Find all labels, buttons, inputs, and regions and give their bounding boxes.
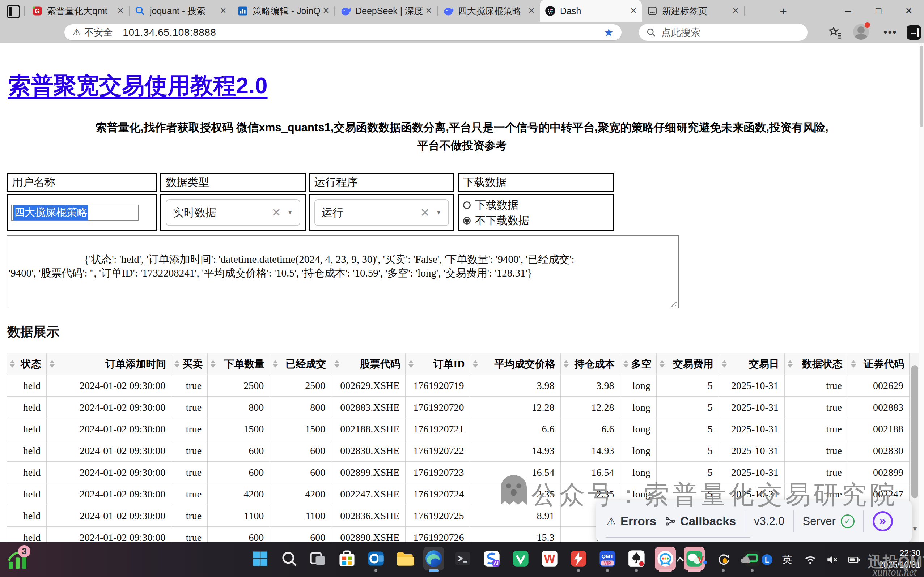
tray-sync-icon[interactable] — [717, 553, 730, 566]
taskbar-taskview-icon[interactable] — [307, 546, 328, 571]
column-header[interactable]: 买卖 — [171, 353, 208, 375]
browser-tab-4[interactable]: DeepSeek | 深度 — [335, 0, 437, 22]
sort-icon[interactable] — [788, 360, 796, 367]
tab-workspaces-icon[interactable] — [6, 5, 20, 18]
browser-tab-6[interactable]: Dash — [540, 0, 642, 22]
browser-tab-5[interactable]: 四大搅屎棍策略 — [438, 0, 540, 22]
column-header[interactable]: 多空 — [620, 353, 656, 375]
sort-icon[interactable] — [564, 360, 572, 367]
column-header[interactable]: 交易日 — [719, 353, 784, 375]
column-header[interactable]: 订单添加时间 — [47, 353, 171, 375]
data-type-dropdown[interactable]: 实时数据 — [166, 199, 300, 226]
taskbar-flash-icon[interactable] — [568, 546, 589, 571]
taskbar-wps-icon[interactable]: W — [539, 546, 560, 571]
tray-lang-icon[interactable]: 英 — [782, 553, 795, 566]
run-program-dropdown[interactable]: 运行 — [314, 199, 449, 226]
search-box[interactable]: 点此搜索 — [639, 24, 808, 41]
radio-option[interactable]: 下载数据 — [463, 197, 529, 213]
sort-icon[interactable] — [50, 360, 58, 367]
taskbar-stock-app-icon[interactable]: 3 — [6, 547, 31, 572]
tab-close-icon[interactable] — [321, 5, 331, 16]
username-input[interactable]: 四大搅屎棍策略 — [11, 205, 139, 221]
taskbar-v-green-icon[interactable] — [510, 546, 531, 571]
taskbar-cards-icon[interactable] — [626, 546, 647, 571]
taskbar-qmt-icon[interactable]: QMTVIP — [597, 546, 618, 571]
bookmark-star-icon[interactable] — [604, 26, 614, 39]
browser-tab-3[interactable]: 策略编辑 - JoinQ — [232, 0, 334, 22]
browser-tab-1[interactable]: G索普量化大qmt — [27, 0, 129, 22]
browser-menu-icon[interactable] — [884, 26, 897, 38]
chevron-down-icon[interactable] — [287, 209, 293, 216]
sort-icon[interactable] — [624, 360, 631, 367]
tray-wifi-icon[interactable] — [804, 553, 817, 566]
column-header-label: 多空 — [631, 357, 652, 371]
sort-icon[interactable] — [10, 360, 18, 367]
order-textarea[interactable]: {'状态': 'held', '订单添加时间': 'datetime.datet… — [6, 235, 679, 308]
browser-tab-2[interactable]: joquant - 搜索 — [129, 0, 231, 22]
minimize-button[interactable] — [833, 0, 863, 22]
tab-close-icon[interactable] — [423, 5, 434, 16]
column-header[interactable]: 股票代码 — [331, 353, 405, 375]
tray-cloud-icon[interactable] — [739, 553, 752, 566]
taskbar-edge-icon[interactable] — [423, 546, 444, 571]
radio-option[interactable]: 不下载数据 — [463, 213, 529, 229]
new-tab-button[interactable] — [776, 4, 790, 18]
sort-icon[interactable] — [273, 360, 281, 367]
tab-close-icon[interactable] — [730, 5, 741, 16]
taskbar-terminal-icon[interactable] — [452, 546, 473, 571]
column-header[interactable]: 持仓成本 — [561, 353, 620, 375]
sort-icon[interactable] — [851, 360, 859, 367]
tab-close-icon[interactable] — [628, 5, 639, 16]
page-scrollbar[interactable] — [919, 43, 924, 542]
taskbar-search-icon[interactable] — [279, 546, 300, 571]
copilot-sidebar-icon[interactable] — [907, 25, 921, 40]
taskbar-store-icon[interactable] — [336, 546, 357, 571]
tray-volume-muted-icon[interactable] — [825, 553, 838, 566]
sort-icon[interactable] — [659, 360, 667, 367]
page-scrollbar-thumb[interactable] — [920, 45, 923, 127]
radio-unselected-icon[interactable] — [463, 201, 471, 209]
browser-tab-7[interactable]: 新建标签页 — [642, 0, 744, 22]
taskbar-start-icon[interactable] — [250, 546, 271, 571]
scroll-down-arrow-icon[interactable] — [912, 525, 918, 533]
column-header[interactable]: 平均成交价格 — [470, 353, 561, 375]
sort-icon[interactable] — [210, 360, 218, 367]
callbacks-button[interactable]: Callbacks — [665, 514, 736, 528]
maximize-button[interactable] — [863, 0, 893, 22]
taskbar-outlook-icon[interactable] — [365, 546, 386, 571]
tray-chevron-up-icon[interactable] — [674, 553, 687, 566]
page-title-link[interactable]: 索普聚宽交易使用教程2.0 — [8, 70, 268, 101]
taskbar-explorer-icon[interactable] — [394, 546, 415, 571]
column-header[interactable]: 已经成交 — [270, 353, 331, 375]
favorites-icon[interactable] — [829, 26, 842, 40]
radio-selected-icon[interactable] — [463, 217, 471, 224]
sort-icon[interactable] — [473, 360, 481, 367]
tab-close-icon[interactable] — [218, 5, 229, 16]
clear-icon[interactable] — [420, 206, 430, 219]
table-scrollbar-thumb[interactable] — [911, 365, 918, 498]
tab-close-icon[interactable] — [115, 5, 126, 16]
sort-icon[interactable] — [409, 360, 417, 367]
tray-wps-v-icon[interactable]: V — [695, 553, 708, 566]
collapse-debug-menu-button[interactable] — [872, 511, 893, 532]
column-header[interactable]: 订单ID — [405, 353, 470, 375]
close-button[interactable] — [893, 0, 924, 22]
column-header[interactable]: 证券代码 — [848, 353, 909, 375]
errors-button[interactable]: Errors — [606, 514, 656, 528]
tray-battery-icon[interactable] — [847, 553, 860, 566]
address-bar[interactable]: 不安全 101.34.65.108:8888 — [65, 24, 622, 40]
url-text[interactable]: 101.34.65.108:8888 — [123, 27, 604, 38]
sort-icon[interactable] — [722, 360, 730, 367]
tray-shield-l-icon[interactable]: L — [761, 553, 774, 566]
column-header[interactable]: 状态 — [7, 353, 47, 375]
column-header[interactable]: 数据状态 — [784, 353, 848, 375]
tab-close-icon[interactable] — [526, 5, 537, 16]
taskbar-qq-icon[interactable] — [655, 546, 676, 571]
taskbar-s-ai-icon[interactable]: AI — [481, 546, 502, 571]
column-header[interactable]: 交易费用 — [656, 353, 719, 375]
chevron-down-icon[interactable] — [436, 209, 442, 216]
sort-icon[interactable] — [174, 360, 183, 367]
sort-icon[interactable] — [334, 360, 342, 367]
clear-icon[interactable] — [271, 206, 281, 219]
column-header[interactable]: 下单数量 — [208, 353, 270, 375]
